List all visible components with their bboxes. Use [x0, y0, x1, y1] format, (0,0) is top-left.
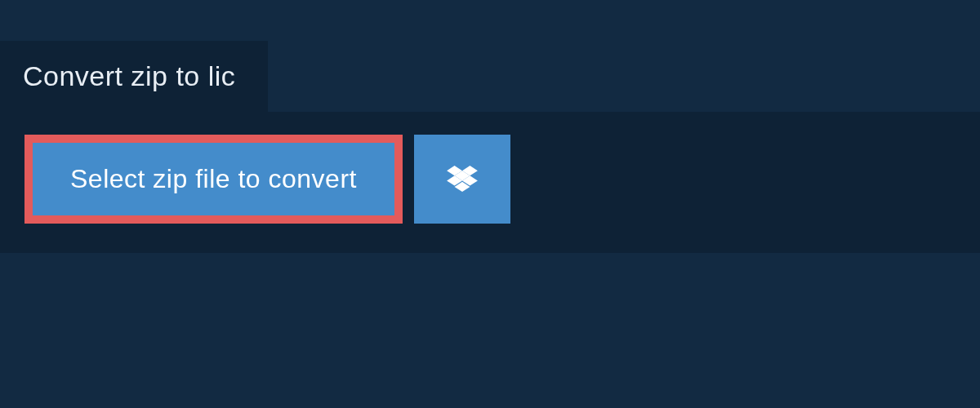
- select-file-button[interactable]: Select zip file to convert: [24, 135, 403, 224]
- select-file-label: Select zip file to convert: [70, 164, 357, 194]
- tab-header: Convert zip to lic: [0, 41, 268, 112]
- content-panel: Select zip file to convert: [0, 112, 980, 253]
- dropbox-button[interactable]: [414, 135, 510, 224]
- dropbox-icon: [447, 166, 478, 193]
- button-row: Select zip file to convert: [24, 135, 956, 224]
- tab-title: Convert zip to lic: [23, 60, 235, 92]
